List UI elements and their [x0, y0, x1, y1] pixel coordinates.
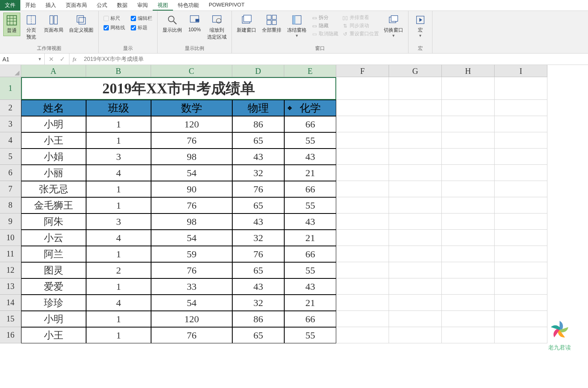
data-cell[interactable]: 2	[86, 262, 151, 278]
data-cell[interactable]: 55	[284, 132, 336, 149]
data-cell[interactable]: 32	[232, 295, 284, 311]
empty-cell[interactable]	[389, 278, 442, 295]
data-cell[interactable]: 爱爱	[21, 278, 86, 295]
row-header-7[interactable]: 7	[0, 181, 21, 197]
data-cell[interactable]: 1	[86, 116, 151, 132]
empty-cell[interactable]	[389, 181, 442, 197]
empty-cell[interactable]	[495, 262, 547, 278]
data-cell[interactable]: 小王	[21, 132, 86, 149]
empty-cell[interactable]	[389, 132, 442, 149]
row-header-12[interactable]: 12	[0, 262, 21, 278]
hide-button[interactable]: ▭隐藏	[311, 22, 338, 29]
freeze-panes-button[interactable]: 冻结窗格 ▼	[285, 13, 308, 39]
empty-cell[interactable]	[389, 77, 442, 100]
data-cell[interactable]: 珍珍	[21, 295, 86, 311]
zoom-100-button[interactable]: 100%	[186, 13, 203, 34]
menu-file[interactable]: 文件	[0, 0, 20, 11]
empty-cell[interactable]	[442, 278, 495, 295]
data-cell[interactable]: 1	[86, 181, 151, 197]
data-cell[interactable]: 90	[151, 181, 232, 197]
data-cell[interactable]: 65	[232, 262, 284, 278]
data-cell[interactable]: 金毛狮王	[21, 197, 86, 213]
empty-cell[interactable]	[336, 213, 389, 230]
data-cell[interactable]: 43	[232, 149, 284, 165]
data-cell[interactable]: 76	[151, 262, 232, 278]
data-cell[interactable]: 图灵	[21, 262, 86, 278]
name-box[interactable]: A1 ▼	[0, 54, 45, 65]
page-layout-button[interactable]: 页面布局	[42, 13, 65, 35]
data-cell[interactable]: 1	[86, 311, 151, 327]
data-cell[interactable]: 76	[151, 132, 232, 149]
normal-view-button[interactable]: 普通	[3, 13, 20, 36]
data-cell[interactable]: 76	[151, 197, 232, 213]
empty-cell[interactable]	[495, 295, 547, 311]
row-header-16[interactable]: 16	[0, 327, 21, 343]
empty-cell[interactable]	[495, 116, 547, 132]
empty-cell[interactable]	[495, 213, 547, 230]
empty-cell[interactable]	[495, 278, 547, 295]
empty-cell[interactable]	[495, 100, 547, 116]
headings-checkbox[interactable]: 标题	[131, 24, 152, 31]
empty-cell[interactable]	[336, 327, 389, 343]
empty-cell[interactable]	[495, 77, 547, 100]
empty-cell[interactable]	[389, 262, 442, 278]
menu-powerpivot[interactable]: POWERPIVOT	[204, 0, 249, 11]
empty-cell[interactable]	[495, 230, 547, 246]
col-header-E[interactable]: E	[284, 65, 336, 77]
data-cell[interactable]: 21	[284, 230, 336, 246]
empty-cell[interactable]	[336, 197, 389, 213]
empty-cell[interactable]	[389, 116, 442, 132]
data-cell[interactable]: 阿朱	[21, 213, 86, 230]
data-cell[interactable]: 76	[151, 327, 232, 343]
switch-windows-button[interactable]: 切换窗口 ▼	[382, 13, 405, 39]
empty-cell[interactable]	[442, 246, 495, 262]
empty-cell[interactable]	[442, 181, 495, 197]
arrange-all-button[interactable]: 全部重排	[260, 13, 283, 35]
empty-cell[interactable]	[442, 116, 495, 132]
row-header-9[interactable]: 9	[0, 213, 21, 230]
menu-home[interactable]: 开始	[20, 0, 41, 11]
empty-cell[interactable]	[495, 165, 547, 181]
data-cell[interactable]: 54	[151, 165, 232, 181]
data-cell[interactable]: 76	[232, 246, 284, 262]
data-cell[interactable]: 66	[284, 116, 336, 132]
formula-bar-checkbox[interactable]: 编辑栏	[131, 15, 152, 22]
zoom-selection-button[interactable]: 缩放到 选定区域	[205, 13, 228, 42]
unhide-button[interactable]: ▭取消隐藏	[311, 30, 338, 37]
menu-formulas[interactable]: 公式	[92, 0, 112, 11]
data-cell[interactable]: 43	[232, 278, 284, 295]
empty-cell[interactable]	[495, 311, 547, 327]
empty-cell[interactable]	[442, 230, 495, 246]
data-cell[interactable]: 1	[86, 327, 151, 343]
enter-icon[interactable]: ✓	[60, 55, 65, 63]
title-cell[interactable]: 2019年XX市中考成绩单	[21, 77, 336, 100]
table-header-3[interactable]: 物理	[232, 100, 284, 116]
data-cell[interactable]: 43	[284, 213, 336, 230]
menu-data[interactable]: 数据	[112, 0, 132, 11]
empty-cell[interactable]	[336, 246, 389, 262]
page-break-button[interactable]: 分页 预览	[23, 13, 40, 42]
empty-cell[interactable]	[495, 181, 547, 197]
data-cell[interactable]: 98	[151, 149, 232, 165]
data-cell[interactable]: 32	[232, 165, 284, 181]
empty-cell[interactable]	[442, 327, 495, 343]
select-all-corner[interactable]	[0, 65, 21, 77]
empty-cell[interactable]	[336, 132, 389, 149]
data-cell[interactable]: 55	[284, 262, 336, 278]
ruler-checkbox[interactable]: 标尺	[104, 15, 125, 22]
new-window-button[interactable]: 新建窗口	[235, 13, 258, 35]
row-header-3[interactable]: 3	[0, 116, 21, 132]
data-cell[interactable]: 120	[151, 311, 232, 327]
data-cell[interactable]: 43	[284, 278, 336, 295]
empty-cell[interactable]	[336, 262, 389, 278]
empty-cell[interactable]	[389, 295, 442, 311]
empty-cell[interactable]	[389, 311, 442, 327]
macros-button[interactable]: 宏 ▼	[412, 13, 429, 39]
empty-cell[interactable]	[442, 149, 495, 165]
empty-cell[interactable]	[389, 149, 442, 165]
empty-cell[interactable]	[442, 262, 495, 278]
row-header-13[interactable]: 13	[0, 278, 21, 295]
empty-cell[interactable]	[336, 100, 389, 116]
empty-cell[interactable]	[389, 197, 442, 213]
data-cell[interactable]: 66	[284, 246, 336, 262]
